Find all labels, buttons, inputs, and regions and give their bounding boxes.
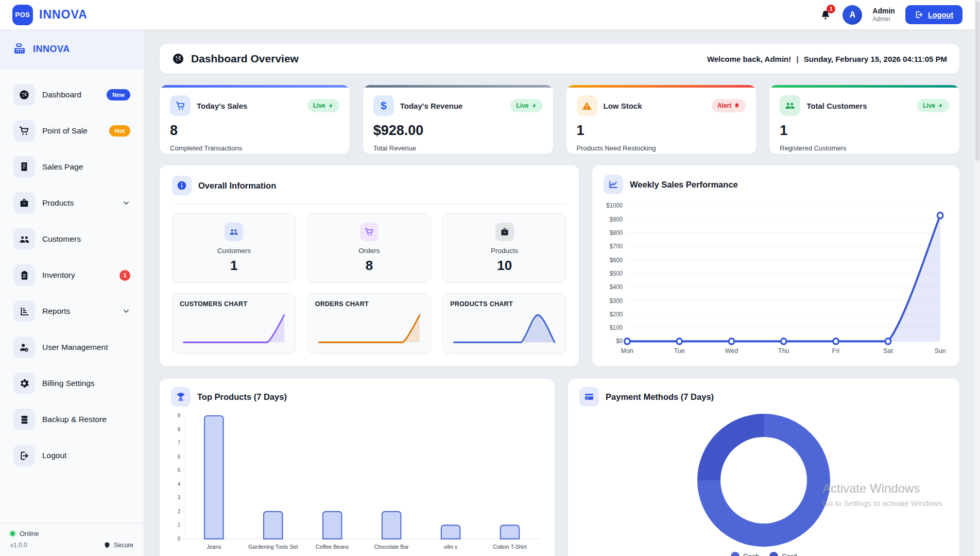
cart-icon [360,223,379,241]
sidebar-brand: INNOVA [0,29,144,69]
overall-information-card: Overall Information Customers 1 Orders 8 [160,165,579,366]
svg-text:$800: $800 [610,229,623,237]
hot-badge: Hot [109,125,130,137]
user-avatar[interactable]: A [843,5,862,25]
top-products-card: Top Products (7 Days) 0123456789JeansGar… [160,379,555,556]
sidebar-item-dashboard[interactable]: Dashboard New [8,80,135,109]
sidebar-item-products[interactable]: Products [8,189,135,217]
customers-sparkline-chart [180,311,288,349]
orders-sparkline-chart [315,311,424,349]
box-icon [495,223,514,241]
brand-title: INNOVA [39,8,88,22]
orders-chart-box: ORDERS CHART [307,293,432,354]
top-products-bar-chart: 0123456789JeansGardening Tools SetCoffee… [171,412,543,552]
svg-text:9: 9 [178,413,181,418]
credit-card-icon [579,387,599,407]
current-datetime: Sunday, February 15, 2026 04:11:05 PM [804,55,947,63]
svg-text:6: 6 [178,454,181,460]
new-badge: New [107,89,130,100]
sidebar-brand-title: INNOVA [33,44,70,55]
stat-value: 1 [780,123,949,139]
dollar-icon: $ [373,95,394,116]
sidebar-item-label: Customers [42,234,81,244]
sidebar-item-label: Dashboard [42,90,81,99]
sidebar-footer: Online v1.0.0 Secure [0,523,144,556]
sidebar-item-backup-restore[interactable]: Backup & Restore [8,405,135,434]
overall-box-value: 10 [448,258,561,274]
legend-item-card[interactable]: Card [769,552,797,556]
sidebar-item-reports[interactable]: Reports [8,297,135,326]
svg-text:Coffee Beans: Coffee Beans [316,544,349,550]
stat-card-total-customers: Total Customers Live 1 Registered Custom… [769,85,959,154]
svg-text:$300: $300 [610,297,623,304]
mini-chart-title: CUSTOMERS CHART [180,300,288,308]
sidebar-item-inventory[interactable]: Inventory 1 [8,261,135,290]
svg-text:Gardening Tools Set: Gardening Tools Set [248,544,298,550]
page-scrollbar[interactable] [975,0,980,556]
svg-text:vilin v: vilin v [444,544,458,550]
shield-icon [104,542,111,549]
page-heading-card: Dashboard Overview Welcome back, Admin! … [160,44,959,74]
bolt-icon [328,103,334,109]
sidebar-item-user-management[interactable]: User Management [8,333,135,362]
svg-text:0: 0 [178,536,181,542]
alert-badge: Alert [712,99,746,112]
users-icon [13,228,35,250]
legend-label: Card [782,552,797,556]
line-chart-icon [604,175,623,194]
stat-value: 1 [577,123,746,139]
legend-label: Cash [743,552,760,556]
customers-chart-box: CUSTOMERS CHART [172,293,296,354]
stat-subtitle: Registered Customers [780,144,949,152]
logout-button[interactable]: Logout [905,5,962,24]
online-status-label: Online [20,530,39,537]
chevron-down-icon [122,199,130,207]
overall-box-value: 1 [178,258,290,274]
stat-title: Total Customers [806,102,867,110]
pos-logo: POS [12,5,33,25]
sidebar-item-sales-page[interactable]: Sales Page [8,153,135,181]
sidebar-item-point-of-sale[interactable]: Point of Sale Hot [8,116,135,145]
sidebar-item-label: Point of Sale [42,126,88,136]
svg-text:$200: $200 [610,310,623,317]
separator: | [796,55,798,63]
live-badge: Live [510,99,542,112]
user-name: Admin [872,7,895,15]
database-icon [13,409,35,430]
scrollbar-thumb[interactable] [975,1,979,161]
chart-legend: Cash Card [731,552,797,556]
accent-bar [160,85,350,88]
cart-icon [13,120,35,142]
logout-icon [915,10,923,19]
bolt-icon [531,103,537,109]
legend-item-cash[interactable]: Cash [731,552,760,556]
stat-subtitle: Completed Transactions [170,144,339,152]
section-title: Weekly Sales Performance [630,180,738,190]
accent-bar [363,85,553,88]
svg-text:$0: $0 [616,338,623,345]
sidebar-item-customers[interactable]: Customers [8,225,135,254]
svg-text:Chocolate Bar: Chocolate Bar [374,544,409,550]
trophy-icon [171,387,191,407]
mini-chart-title: ORDERS CHART [315,300,424,308]
app-brand: POS INNOVA [12,5,88,25]
welcome-message: Welcome back, Admin! [707,55,791,63]
svg-text:7: 7 [178,440,181,446]
divider [172,204,566,204]
users-icon [780,95,800,116]
overall-box-customers: Customers 1 [172,213,296,283]
user-gear-icon [13,336,35,358]
sidebar-item-billing-settings[interactable]: Billing Settings [8,369,135,398]
notifications-button[interactable]: 1 [819,8,832,22]
clipboard-icon [13,264,35,286]
stat-card-todays-revenue: $ Today's Revenue Live $928.00 Total Rev… [363,85,553,154]
svg-text:Wed: Wed [725,346,738,354]
products-chart-box: PRODUCTS CHART [442,293,566,354]
sidebar-item-logout[interactable]: Logout [8,441,135,470]
info-icon [172,176,192,195]
svg-text:$700: $700 [610,243,623,250]
weekly-sales-card: Weekly Sales Performance $0$100$200$300$… [592,165,959,366]
sidebar-item-label: Reports [42,307,70,316]
svg-text:3: 3 [178,495,181,500]
stat-card-low-stock: Low Stock Alert 1 Products Need Restocki… [566,85,757,154]
